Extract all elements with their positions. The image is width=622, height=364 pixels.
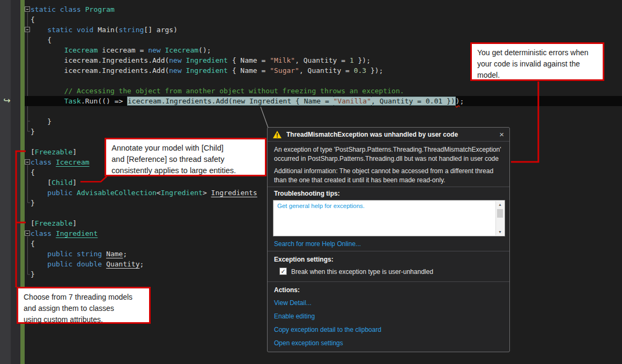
break-on-exception-label: Break when this exception type is user-u… — [291, 268, 433, 276]
warning-icon — [273, 131, 282, 138]
code-line[interactable]: static void Main(string[] args) — [25, 25, 622, 35]
code-token: icecream = — [98, 46, 148, 54]
divider — [268, 251, 509, 251]
scrollbar[interactable]: ▲ ▼ — [495, 201, 504, 235]
copy-exception-detail-link[interactable]: Copy exception detail to the clipboard — [274, 326, 381, 333]
code-token: 0.3 — [354, 66, 366, 75]
code-token: public double — [47, 260, 106, 268]
code-token: new — [148, 46, 165, 54]
divider — [268, 187, 509, 187]
collapse-icon[interactable] — [25, 159, 30, 165]
callout-annotate-model: Annotate your model with [Child] and [Re… — [105, 138, 266, 176]
collapse-icon[interactable] — [25, 6, 30, 12]
code-token: Icecream — [64, 46, 98, 54]
open-exception-settings-link[interactable]: Open exception settings — [274, 339, 343, 347]
code-line[interactable]: static class Program — [25, 4, 622, 14]
vs-editor-screen: static class Program{ static void Main(s… — [0, 0, 622, 364]
divider — [268, 281, 509, 282]
code-token — [31, 260, 47, 268]
code-token: class — [31, 158, 56, 166]
collapse-icon[interactable] — [25, 231, 30, 236]
code-token — [31, 26, 47, 34]
view-detail-link[interactable]: View Detail... — [274, 299, 312, 307]
code-token: [ — [31, 219, 35, 227]
code-token: , Quantity = — [299, 66, 354, 75]
actions-label: Actions: — [274, 286, 300, 294]
code-token: } — [31, 270, 35, 278]
scroll-up-icon[interactable]: ▲ — [496, 203, 504, 206]
code-line-current[interactable]: Task.Run(() => icecream.Ingredients.Add(… — [25, 96, 622, 106]
break-on-exception-checkbox[interactable]: ✓ — [279, 268, 287, 275]
code-token: static void — [47, 26, 98, 34]
code-token: AdvisableCollection — [77, 189, 157, 197]
troubleshooting-tips-box: Get general help for exceptions. ▲ ▼ — [273, 200, 505, 236]
execution-pointer-icon: ↪ — [2, 95, 12, 106]
code-token: Freezable — [35, 148, 72, 156]
code-token: < — [157, 189, 161, 197]
code-token: Icecream — [56, 158, 90, 166]
code-token: new — [169, 56, 186, 64]
search-help-online-link[interactable]: Search for more Help Online... — [274, 240, 361, 248]
code-token — [31, 97, 64, 105]
code-token: string — [119, 26, 144, 34]
code-token: .Run(() => — [81, 97, 127, 105]
code-token: { Name = — [228, 66, 270, 75]
code-token: Quantity — [106, 260, 140, 268]
code-token: icecream.Ingredients.Add(new Ingredient … — [127, 96, 334, 106]
code-token: , Quantity = — [295, 56, 350, 64]
callout-deterministic-errors: You get deterministic errors when your c… — [470, 42, 604, 81]
code-token: icecream.Ingredients.Add( — [31, 56, 169, 64]
exception-description: An exception of type 'PostSharp.Patterns… — [274, 145, 505, 164]
general-help-link[interactable]: Get general help for exceptions. — [277, 203, 365, 209]
code-line[interactable] — [25, 106, 622, 116]
enable-editing-link[interactable]: Enable editing — [274, 313, 315, 320]
code-token: static class — [31, 5, 85, 13]
exception-settings-label: Exception settings: — [274, 256, 334, 263]
breakpoint-margin[interactable] — [0, 0, 11, 364]
code-token — [31, 46, 64, 54]
code-token: Program — [85, 5, 115, 13]
code-token: "Sugar" — [270, 66, 299, 75]
code-token: }); — [366, 66, 383, 75]
code-token: "Vanilla" — [334, 96, 371, 106]
code-token: Task — [64, 97, 81, 105]
code-token: [] args) — [144, 26, 177, 34]
callout-threading-models: Choose from 7 threading models and assig… — [17, 287, 151, 324]
code-token: Child — [51, 179, 72, 187]
code-token: { — [31, 240, 35, 248]
code-line[interactable]: { — [25, 14, 622, 25]
code-token: public string — [47, 250, 106, 258]
code-token: Ingredient — [186, 56, 228, 64]
code-token: { — [31, 36, 51, 44]
code-token: Ingredient — [161, 189, 203, 197]
scroll-down-icon[interactable]: ▼ — [496, 230, 504, 234]
code-token: [ — [31, 148, 35, 156]
code-token: public — [47, 189, 77, 197]
code-token: Name — [106, 250, 123, 258]
code-token — [31, 87, 64, 95]
close-icon[interactable]: × — [499, 130, 504, 138]
troubleshooting-label: Troubleshooting tips: — [274, 190, 340, 197]
code-token: > — [203, 189, 211, 197]
code-token: ; — [460, 97, 464, 105]
code-line[interactable]: } — [25, 116, 622, 127]
code-token: Ingredient — [56, 229, 98, 237]
code-token: (); — [198, 46, 211, 54]
code-token: { — [31, 16, 35, 24]
code-line[interactable]: // Accessing the object from another obj… — [25, 86, 622, 96]
code-token: Ingredients — [211, 189, 257, 197]
code-token: } — [31, 199, 35, 207]
code-token: } — [31, 117, 51, 125]
collapse-icon[interactable] — [25, 27, 30, 32]
scrollbar-thumb[interactable] — [497, 209, 503, 218]
code-token: new — [169, 66, 186, 75]
code-token: ] — [72, 179, 77, 187]
code-token: { Name = — [228, 56, 270, 64]
additional-information: Additional information: The object canno… — [274, 167, 505, 185]
exception-dialog-titlebar: ThreadMismatchException was unhandled by… — [268, 128, 509, 142]
code-token: Freezable — [35, 219, 72, 227]
code-token — [31, 250, 47, 258]
code-token: // Accessing the object from another obj… — [64, 87, 404, 95]
code-token: Ingredient — [186, 66, 228, 75]
code-token: class — [31, 229, 56, 237]
